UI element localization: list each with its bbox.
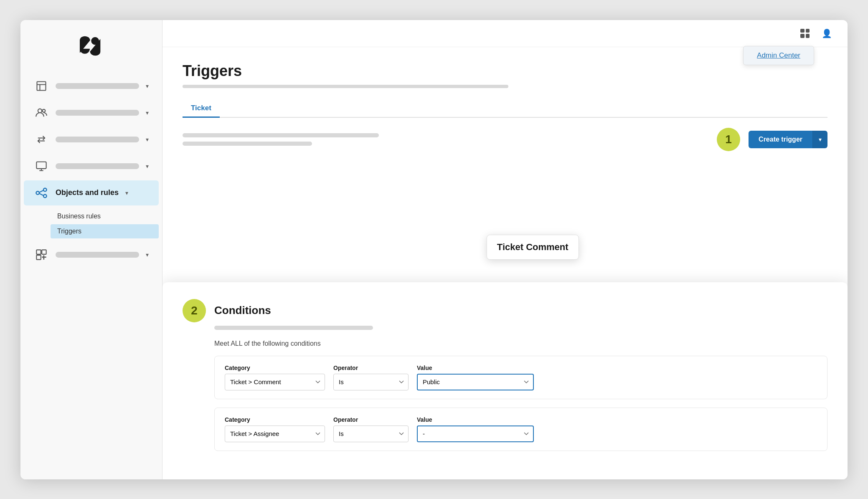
sidebar-logo: [20, 20, 162, 70]
objects-rules-icon: [34, 185, 49, 200]
grid-icon: [800, 29, 810, 38]
arrows-icon: [34, 132, 49, 147]
chevron-down-icon: ▾: [146, 109, 149, 116]
step-2-badge: 2: [183, 299, 206, 322]
svg-line-14: [39, 190, 43, 192]
dropdown-arrow-icon: ▾: [819, 136, 822, 143]
tab-ticket[interactable]: Ticket: [183, 100, 220, 118]
condition-row-2: Category Ticket > Assignee Operator Is V…: [214, 408, 827, 451]
user-icon: 👤: [822, 28, 832, 38]
nav-label-bar: [56, 163, 139, 169]
user-account-button[interactable]: 👤: [819, 26, 834, 41]
business-rules-label: Business rules: [57, 213, 101, 220]
top-bar: 👤 Admin Center: [162, 20, 848, 47]
grid-cell-4: [806, 34, 810, 38]
svg-rect-17: [42, 250, 46, 254]
condition-1-category-field: Category Ticket > Comment: [225, 365, 325, 390]
sidebar-item-workspace[interactable]: ▾: [24, 73, 159, 99]
conditions-desc-bar: [214, 326, 373, 330]
svg-point-13: [43, 194, 47, 198]
conditions-title: Conditions: [214, 304, 271, 317]
svg-line-15: [39, 193, 43, 195]
nav-label-bar: [56, 252, 139, 258]
sub-nav-item-triggers[interactable]: Triggers: [51, 224, 159, 238]
tabs-row: Ticket: [183, 100, 827, 118]
sidebar: ▾ ▾: [20, 20, 162, 479]
sidebar-item-objects-rules-label: Objects and rules: [56, 188, 119, 197]
condition-1-operator-select[interactable]: Is: [333, 374, 409, 390]
condition-2-operator-select[interactable]: Is: [333, 426, 409, 442]
create-trigger-wrapper: Create trigger ▾: [749, 131, 827, 148]
svg-rect-1: [37, 81, 46, 90]
condition-1-category-label: Category: [225, 365, 325, 371]
condition-row-1: Category Ticket > Comment Operator Is Va…: [214, 356, 827, 399]
monitor-icon: [34, 159, 49, 174]
chevron-down-icon: ▾: [146, 83, 149, 89]
condition-1-value-label: Value: [417, 365, 534, 371]
chevron-down-icon: ▾: [146, 251, 149, 258]
condition-2-value-label: Value: [417, 416, 534, 423]
toolbar-bar-2: [183, 142, 312, 146]
svg-rect-8: [36, 162, 46, 168]
create-trigger-button[interactable]: Create trigger: [749, 131, 812, 148]
title-bar-decoration: [183, 85, 508, 88]
svg-point-12: [43, 188, 47, 191]
nav-label-bar: [56, 110, 139, 116]
sidebar-nav: ▾ ▾: [20, 70, 162, 479]
condition-2-operator-field: Operator Is: [333, 416, 409, 442]
apps-icon: [34, 247, 49, 262]
condition-1-operator-field: Operator Is: [333, 365, 409, 390]
condition-1-value-select[interactable]: Public: [417, 374, 534, 390]
condition-1-operator-label: Operator: [333, 365, 409, 371]
sub-nav-objects-rules: Business rules Triggers: [20, 207, 162, 241]
svg-point-0: [91, 37, 99, 45]
admin-center-link[interactable]: Admin Center: [757, 51, 800, 59]
condition-2-category-field: Category Ticket > Assignee: [225, 416, 325, 442]
toolbar-row: 1 Create trigger ▾: [183, 128, 827, 151]
nav-label-bar: [56, 137, 139, 142]
ticket-comment-tooltip-label: Ticket Comment: [497, 242, 569, 252]
zendesk-logo-icon: [75, 33, 108, 58]
sidebar-item-people[interactable]: ▾: [24, 100, 159, 125]
admin-center-dropdown: Admin Center: [743, 46, 814, 65]
toolbar-right: 1 Create trigger ▾: [717, 128, 827, 151]
grid-cell-1: [800, 29, 805, 33]
conditions-card: 2 Conditions Meet ALL of the following c…: [162, 282, 848, 479]
condition-1-category-select[interactable]: Ticket > Comment: [225, 374, 325, 390]
condition-1-value-field: Value Public: [417, 365, 534, 390]
ticket-comment-tooltip: Ticket Comment: [487, 235, 579, 260]
svg-point-5: [42, 109, 45, 112]
chevron-down-icon: ▾: [146, 136, 149, 143]
grid-cell-3: [800, 34, 805, 38]
condition-2-category-select[interactable]: Ticket > Assignee: [225, 426, 325, 442]
nav-label-bar: [56, 83, 139, 89]
condition-2-value-field: Value -: [417, 416, 534, 442]
toolbar-left: [183, 133, 379, 146]
page-title: Triggers: [183, 62, 827, 80]
triggers-label: Triggers: [57, 228, 81, 235]
sub-nav-item-business-rules[interactable]: Business rules: [51, 209, 159, 223]
svg-rect-18: [36, 255, 41, 260]
create-trigger-dropdown-button[interactable]: ▾: [812, 131, 827, 148]
svg-point-4: [38, 109, 42, 112]
people-icon: [34, 105, 49, 120]
svg-point-11: [36, 191, 40, 195]
building-icon: [34, 79, 49, 94]
condition-2-category-label: Category: [225, 416, 325, 423]
grid-apps-button[interactable]: [797, 26, 812, 41]
sidebar-item-apps[interactable]: ▾: [24, 242, 159, 267]
chevron-down-icon: ▾: [146, 163, 149, 170]
sidebar-item-monitor[interactable]: ▾: [24, 154, 159, 179]
conditions-header: 2 Conditions: [183, 299, 827, 322]
toolbar-bar-1: [183, 133, 379, 137]
condition-2-operator-label: Operator: [333, 416, 409, 423]
step-1-badge: 1: [717, 128, 740, 151]
top-bar-icons: 👤: [797, 26, 834, 41]
sidebar-item-routing[interactable]: ▾: [24, 127, 159, 152]
condition-2-value-select[interactable]: -: [417, 426, 534, 442]
meet-all-text: Meet ALL of the following conditions: [214, 340, 827, 347]
chevron-down-icon: ▾: [125, 190, 128, 196]
sidebar-item-objects-and-rules[interactable]: Objects and rules ▾: [24, 180, 159, 205]
grid-cell-2: [806, 29, 810, 33]
main-content: 👤 Admin Center Triggers Ticket: [162, 20, 848, 479]
